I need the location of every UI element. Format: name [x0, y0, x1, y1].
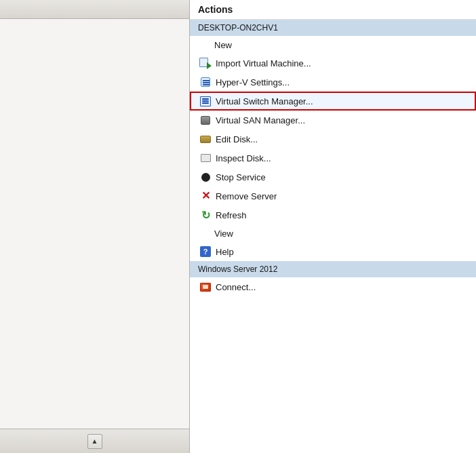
left-top-bar: [0, 0, 189, 19]
refresh-icon: ↻: [199, 209, 212, 221]
connect-icon: [199, 281, 212, 293]
menu-item-remove-server[interactable]: ✕ Remove Server: [190, 186, 476, 205]
menu-item-connect[interactable]: Connect...: [190, 277, 476, 296]
virtual-switch-manager-icon: [199, 95, 212, 107]
inspect-disk-icon: [199, 152, 212, 164]
left-content: [0, 19, 189, 429]
virtual-san-manager-icon: [199, 114, 212, 126]
actions-header: Actions: [190, 0, 476, 20]
left-panel: ▲: [0, 0, 190, 453]
menu-item-hyperv-settings[interactable]: Hyper-V Settings...: [190, 73, 476, 92]
menu-item-virtual-san-manager[interactable]: Virtual SAN Manager...: [190, 111, 476, 130]
import-icon: [199, 57, 212, 69]
menu-item-new[interactable]: New: [190, 36, 476, 54]
section2-header: Windows Server 2012: [190, 261, 476, 277]
menu-item-refresh[interactable]: ↻ Refresh: [190, 205, 476, 224]
menu-item-stop-service[interactable]: Stop Service: [190, 168, 476, 186]
menu-item-import-vm[interactable]: Import Virtual Machine...: [190, 54, 476, 73]
scroll-up-button[interactable]: ▲: [87, 434, 102, 449]
menu-item-inspect-disk[interactable]: Inspect Disk...: [190, 149, 476, 168]
left-bottom-bar: ▲: [0, 429, 189, 453]
menu-item-help[interactable]: ? Help: [190, 242, 476, 261]
hyperv-settings-icon: [199, 76, 212, 88]
menu-item-view[interactable]: View: [190, 224, 476, 242]
edit-disk-icon: [199, 133, 212, 145]
menu-item-virtual-switch-manager[interactable]: Virtual Switch Manager...: [190, 92, 476, 111]
scroll-up-icon: ▲: [92, 437, 98, 445]
stop-service-icon: [199, 171, 212, 183]
remove-server-icon: ✕: [199, 190, 212, 202]
actions-panel: Actions DESKTOP-ON2CHV1 New Import Virtu…: [190, 0, 476, 453]
help-icon: ?: [199, 245, 212, 258]
section1-header: DESKTOP-ON2CHV1: [190, 20, 476, 36]
menu-item-edit-disk[interactable]: Edit Disk...: [190, 130, 476, 149]
